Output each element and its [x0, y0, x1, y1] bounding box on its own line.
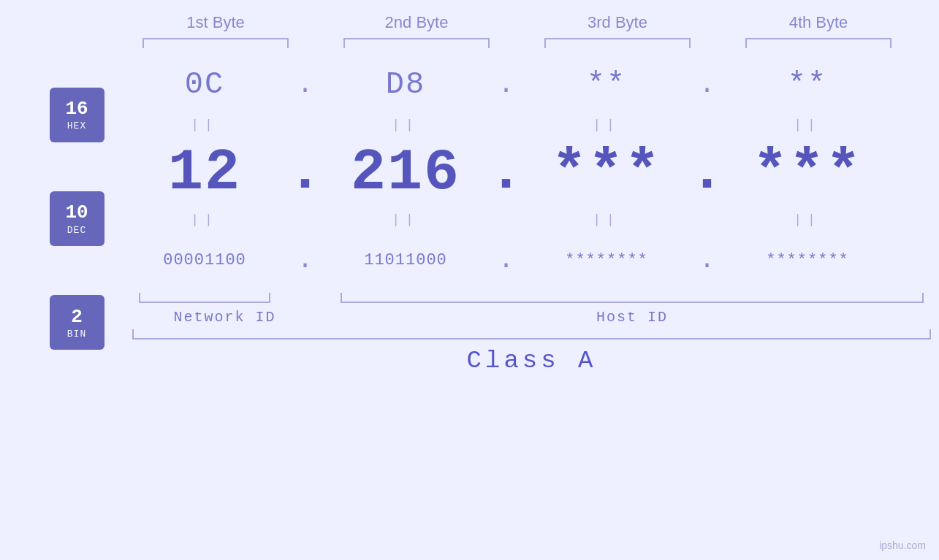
main-content: 16 HEX 10 DEC 2 BIN 0C . D8 . ** . **	[0, 55, 939, 375]
hex-byte-1: 0C	[124, 67, 285, 102]
equals-5: ||	[124, 212, 285, 227]
dec-row: 12 . 216 . *** . ***	[124, 136, 939, 209]
equals-row-1: || || || ||	[124, 114, 939, 136]
badges-column: 16 HEX 10 DEC 2 BIN	[29, 55, 124, 375]
network-bracket	[139, 293, 270, 303]
hex-row: 0C . D8 . ** . **	[124, 55, 939, 114]
dot-hex-1: .	[285, 70, 325, 100]
dot-bin-2: .	[486, 245, 526, 275]
class-bracket	[132, 329, 931, 340]
host-bracket-wrap	[325, 293, 939, 303]
hex-byte-3: **	[526, 67, 687, 102]
dot-bin-1: .	[285, 245, 325, 275]
network-id-label: Network ID	[124, 309, 325, 326]
byte-header-4: 4th Byte	[718, 13, 919, 32]
class-bracket-wrap	[124, 329, 939, 340]
dot-hex-3: .	[687, 70, 727, 100]
bin-byte-4: ********	[727, 251, 888, 269]
dot-dec-2: .	[486, 143, 526, 202]
equals-6: ||	[325, 212, 486, 227]
labels-row: Network ID Host ID	[124, 309, 939, 326]
bin-byte-3: ********	[526, 251, 687, 269]
bin-byte-1: 00001100	[124, 251, 285, 269]
hex-badge: 16 HEX	[50, 88, 104, 142]
equals-3: ||	[526, 118, 687, 132]
hex-byte-4: **	[727, 67, 888, 102]
dot-dec-1: .	[285, 143, 325, 202]
bracket-top-2	[343, 38, 490, 48]
dot-dec-3: .	[687, 143, 727, 202]
bin-badge-num: 2	[71, 306, 83, 329]
bin-badge: 2 BIN	[50, 295, 104, 350]
byte-header-2: 2nd Byte	[316, 13, 517, 32]
equals-row-2: || || || ||	[124, 209, 939, 231]
dot-bin-3: .	[687, 245, 727, 275]
class-label: Class A	[124, 347, 939, 375]
dec-badge-label: DEC	[67, 225, 86, 236]
top-brackets	[0, 38, 939, 48]
bracket-top-3	[544, 38, 691, 48]
bin-byte-2: 11011000	[325, 251, 486, 269]
host-id-label: Host ID	[325, 309, 939, 326]
equals-4: ||	[727, 118, 888, 132]
bracket-cell-2	[316, 38, 517, 48]
hex-badge-label: HEX	[67, 120, 86, 131]
equals-7: ||	[526, 212, 687, 227]
bin-row: 00001100 . 11011000 . ******** . *******…	[124, 231, 939, 289]
data-rows: 0C . D8 . ** . ** || || || || 12	[124, 55, 939, 375]
bracket-cell-1	[115, 38, 316, 48]
dec-byte-2: 216	[325, 139, 486, 206]
bin-badge-label: BIN	[67, 329, 86, 340]
bracket-top-4	[745, 38, 892, 48]
equals-1: ||	[124, 118, 285, 132]
equals-8: ||	[727, 212, 888, 227]
hex-byte-2: D8	[325, 67, 486, 102]
network-bracket-wrap	[124, 293, 285, 303]
dec-byte-1: 12	[124, 139, 285, 206]
dec-byte-4: ***	[727, 139, 888, 206]
byte-header-3: 3rd Byte	[517, 13, 718, 32]
dec-badge-num: 10	[65, 202, 88, 224]
dec-badge: 10 DEC	[50, 191, 104, 246]
byte-header-1: 1st Byte	[115, 13, 316, 32]
dec-byte-3: ***	[526, 139, 687, 206]
bracket-cell-3	[517, 38, 718, 48]
bracket-top-1	[142, 38, 289, 48]
byte-headers: 1st Byte 2nd Byte 3rd Byte 4th Byte	[0, 0, 939, 32]
bracket-cell-4	[718, 38, 919, 48]
page-container: 1st Byte 2nd Byte 3rd Byte 4th Byte 16 H…	[0, 0, 939, 560]
host-bracket	[341, 293, 924, 303]
bottom-brackets	[124, 293, 939, 303]
hex-badge-num: 16	[65, 98, 88, 120]
watermark: ipshu.com	[879, 540, 926, 551]
dot-hex-2: .	[486, 70, 526, 100]
equals-2: ||	[325, 118, 486, 132]
